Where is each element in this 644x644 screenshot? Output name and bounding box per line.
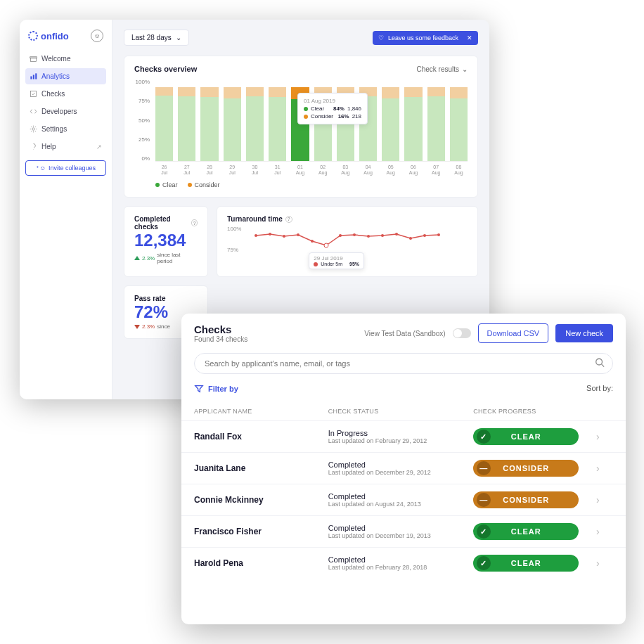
chart-bar[interactable] <box>427 79 445 161</box>
svg-point-7 <box>255 234 257 237</box>
external-link-icon: ↗ <box>96 143 102 150</box>
chart-bar[interactable] <box>450 79 468 161</box>
check-icon: ✓ <box>477 430 491 444</box>
svg-point-12 <box>324 243 328 247</box>
sidebar-item-label: Checks <box>41 90 65 98</box>
sidebar-item-analytics[interactable]: Analytics <box>25 68 106 84</box>
help-tooltip-icon[interactable]: ? <box>285 216 292 223</box>
sort-dropdown[interactable]: Sort by: <box>586 384 613 394</box>
table-row[interactable]: Randall FoxIn ProgressLast updated on Fe… <box>181 420 626 452</box>
legend-label: Clear <box>162 181 178 188</box>
chart-bar[interactable] <box>382 79 399 161</box>
check-results-dropdown[interactable]: Check results ⌄ <box>416 65 468 73</box>
table-row[interactable]: Harold PenaCompletedLast updated on Febr… <box>181 547 626 579</box>
svg-point-16 <box>381 234 384 237</box>
progress-badge: ✓CLEAR <box>473 428 579 445</box>
applicant-name: Juanita Lane <box>194 463 328 473</box>
sidebar-item-developers[interactable]: Developers <box>25 103 106 120</box>
spark-y75: 75% <box>227 247 238 253</box>
gift-icon <box>30 55 37 63</box>
chevron-right-icon: › <box>596 558 613 569</box>
sandbox-toggle[interactable] <box>453 328 471 338</box>
dot-icon <box>188 183 192 187</box>
tooltip-label: Under 5m <box>321 262 342 266</box>
dot-icon <box>155 183 160 187</box>
table-row[interactable]: Francisco FisherCompletedLast updated on… <box>181 515 626 547</box>
status-text: Completed <box>328 555 474 564</box>
chevron-down-icon: ⌄ <box>176 34 181 41</box>
chart-bar[interactable] <box>404 79 422 161</box>
spark-y100: 100% <box>227 226 241 232</box>
applicant-name: Connie Mckinney <box>194 495 328 505</box>
chart-bar[interactable] <box>224 79 241 161</box>
brand-logo: onfido <box>28 31 69 41</box>
feedback-banner[interactable]: ♡ Leave us some feedback ✕ <box>373 31 478 45</box>
date-range-label: Last 28 days <box>131 34 172 41</box>
help-icon <box>30 143 37 150</box>
card-title: Pass rate <box>134 295 165 302</box>
filter-button[interactable]: Filter by <box>194 384 238 394</box>
status-updated: Last updated on December 29, 2012 <box>328 469 474 476</box>
checks-table-body: Randall FoxIn ProgressLast updated on Fe… <box>181 420 626 579</box>
table-row[interactable]: Connie MckinneyCompletedLast updated on … <box>181 484 626 515</box>
delta-note: since last period <box>157 252 198 264</box>
help-tooltip-icon[interactable]: ? <box>191 219 198 226</box>
status-text: Completed <box>328 524 474 532</box>
chart-bar[interactable] <box>269 79 286 161</box>
chevron-down-icon: ⌄ <box>462 65 468 73</box>
chart-bar[interactable] <box>155 79 173 161</box>
chart-bar[interactable] <box>200 79 218 161</box>
tooltip-date: 29 Jul 2019 <box>314 255 359 262</box>
chart-bar[interactable] <box>178 79 195 161</box>
col-header-status: CHECK STATUS <box>328 408 474 415</box>
code-icon <box>30 108 37 115</box>
badge-label: CONSIDER <box>503 464 549 472</box>
chevron-right-icon: › <box>596 431 613 442</box>
checklist-icon <box>30 90 37 98</box>
card-title: Turnaround time <box>227 215 283 223</box>
completed-value: 12,384 <box>134 231 198 250</box>
svg-line-22 <box>602 364 605 367</box>
chart-bar[interactable] <box>246 79 264 161</box>
svg-point-21 <box>596 359 603 365</box>
check-icon: ✓ <box>477 524 491 539</box>
tooltip-date: 01 Aug 2019 <box>304 98 361 104</box>
download-csv-button[interactable]: Download CSV <box>478 323 549 343</box>
date-range-dropdown[interactable]: Last 28 days ⌄ <box>124 30 189 46</box>
new-check-button[interactable]: New check <box>555 324 613 342</box>
y-tick: 0% <box>134 155 150 162</box>
x-tick: 26Jul <box>155 163 173 177</box>
chart-legend: Clear Consider <box>155 181 468 188</box>
user-avatar-icon[interactable]: ☺ <box>91 30 103 42</box>
x-tick: 31Jul <box>269 163 286 177</box>
chart-tooltip: 01 Aug 2019 Clear 84% 1,846 Consider 16%… <box>297 93 368 124</box>
applicant-name: Harold Pena <box>194 558 328 568</box>
sidebar-item-help[interactable]: Help ↗ <box>25 139 106 155</box>
invite-colleagues-button[interactable]: ⁺☺ Invite colleagues <box>25 160 106 176</box>
status-text: Completed <box>328 492 474 501</box>
results-count: Found 34 checks <box>194 335 247 343</box>
sidebar-item-welcome[interactable]: Welcome <box>25 51 106 67</box>
x-tick: 05Aug <box>382 163 399 177</box>
chevron-right-icon: › <box>596 526 613 537</box>
y-tick: 100% <box>134 79 150 85</box>
table-row[interactable]: Juanita LaneCompletedLast updated on Dec… <box>181 452 626 484</box>
svg-point-6 <box>32 128 34 130</box>
progress-badge: —CONSIDER <box>473 460 579 477</box>
chevron-right-icon: › <box>596 494 613 505</box>
status-text: Completed <box>328 461 474 469</box>
tooltip-val: 95% <box>349 262 359 266</box>
dropdown-label: Check results <box>416 65 459 73</box>
svg-point-11 <box>311 240 314 243</box>
col-header-name: APPLICANT NAME <box>194 408 328 415</box>
search-input[interactable] <box>194 353 613 374</box>
invite-label: Invite colleagues <box>49 165 96 172</box>
sidebar-item-checks[interactable]: Checks <box>25 86 106 102</box>
chevron-right-icon: › <box>596 463 613 474</box>
svg-point-17 <box>395 233 398 236</box>
y-tick: 25% <box>134 136 150 143</box>
close-icon[interactable]: ✕ <box>467 34 472 41</box>
legend-label: Consider <box>195 181 220 188</box>
user-plus-icon: ⁺☺ <box>36 165 46 172</box>
sidebar-item-settings[interactable]: Settings <box>25 121 106 137</box>
